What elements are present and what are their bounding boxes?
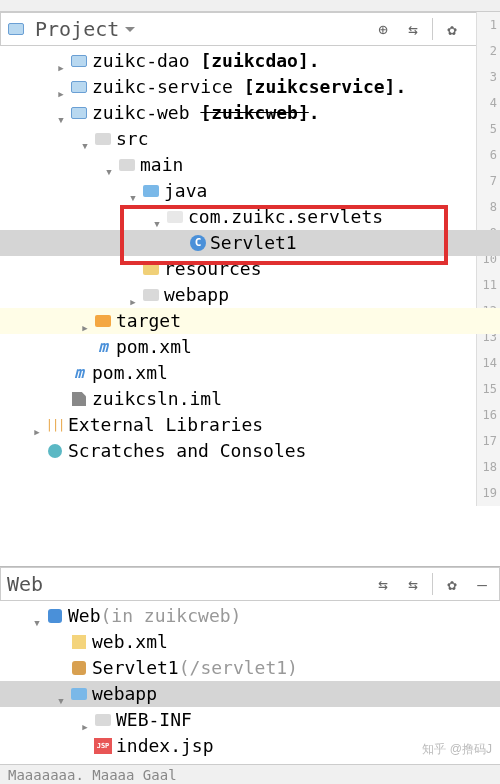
chevron-down-icon[interactable]	[125, 27, 135, 32]
source-folder-icon	[142, 183, 160, 199]
maven-icon: m	[70, 365, 88, 381]
scratches-icon	[46, 443, 64, 459]
web-node-webinf[interactable]: WEB-INF	[0, 707, 500, 733]
expand-arrow-icon[interactable]	[54, 687, 68, 701]
expand-arrow-icon[interactable]	[126, 288, 140, 302]
locate-icon[interactable]: ⊕	[372, 18, 394, 40]
iml-file-icon	[70, 391, 88, 407]
web-panel-header: Web ⇆ ⇆ ✿ —	[0, 567, 500, 601]
tree-node-resources-folder[interactable]: resources	[0, 256, 500, 282]
expand-all-icon[interactable]: ⇆	[372, 573, 394, 595]
tree-node-class-selected[interactable]: C Servlet1	[0, 230, 500, 256]
expand-arrow-icon[interactable]	[30, 418, 44, 432]
project-panel-header: Project ⊕ ⇆ ✿ —	[0, 12, 500, 46]
resources-folder-icon	[142, 261, 160, 277]
expand-arrow-icon[interactable]	[150, 210, 164, 224]
tree-node-scratches[interactable]: Scratches and Consoles	[0, 438, 500, 464]
maven-icon: m	[94, 339, 112, 355]
folder-icon	[142, 287, 160, 303]
gear-icon[interactable]: ✿	[441, 573, 463, 595]
project-panel-title[interactable]: Project	[35, 17, 119, 41]
expand-arrow-icon[interactable]	[78, 314, 92, 328]
project-tree[interactable]: zuikc-dao [zuikcdao]. zuikc-service [zui…	[0, 46, 500, 466]
tree-node-module[interactable]: zuikc-service [zuikcservice].	[0, 74, 500, 100]
expand-arrow-icon[interactable]	[102, 158, 116, 172]
tree-node-source-folder[interactable]: java	[0, 178, 500, 204]
tree-node-folder[interactable]: webapp	[0, 282, 500, 308]
collapse-all-icon[interactable]: ⇆	[402, 18, 424, 40]
minimize-icon[interactable]: —	[471, 573, 493, 595]
watermark-text: 知乎 @撸码J	[422, 741, 492, 758]
tree-node-folder[interactable]: main	[0, 152, 500, 178]
java-class-icon: C	[190, 235, 206, 251]
web-tree[interactable]: Web (in zuikcweb) web.xml Servlet1 (/ser…	[0, 601, 500, 761]
folder-icon	[94, 712, 112, 728]
servlet-icon	[70, 660, 88, 676]
xml-file-icon	[70, 634, 88, 650]
folder-icon	[94, 131, 112, 147]
web-facet-icon	[46, 608, 64, 624]
libraries-icon: |||	[46, 417, 64, 433]
web-root-node[interactable]: Web (in zuikcweb)	[0, 603, 500, 629]
package-icon	[166, 209, 184, 225]
module-folder-icon	[70, 105, 88, 121]
expand-arrow-icon[interactable]	[54, 106, 68, 120]
folder-icon	[118, 157, 136, 173]
tree-node-external-libraries[interactable]: ||| External Libraries	[0, 412, 500, 438]
collapse-all-icon[interactable]: ⇆	[402, 573, 424, 595]
web-node-servlet[interactable]: Servlet1 (/servlet1)	[0, 655, 500, 681]
tree-node-folder[interactable]: src	[0, 126, 500, 152]
tree-node-package[interactable]: com.zuikc.servlets	[0, 204, 500, 230]
web-node-webxml[interactable]: web.xml	[0, 629, 500, 655]
tree-node-pom[interactable]: m pom.xml	[0, 334, 500, 360]
web-folder-icon	[70, 686, 88, 702]
tree-node-target-folder[interactable]: target	[0, 308, 500, 334]
module-folder-icon	[70, 79, 88, 95]
web-panel-title[interactable]: Web	[7, 572, 43, 596]
expand-arrow-icon[interactable]	[78, 132, 92, 146]
expand-arrow-icon[interactable]	[126, 184, 140, 198]
excluded-folder-icon	[94, 313, 112, 329]
bottom-toolbar: Maaaaaaa. Maaaa Gaal	[0, 764, 500, 784]
project-view-icon	[7, 21, 25, 37]
gear-icon[interactable]: ✿	[441, 18, 463, 40]
tree-node-module[interactable]: zuikc-web [zuikcweb].	[0, 100, 500, 126]
jsp-file-icon: JSP	[94, 738, 112, 754]
expand-arrow-icon[interactable]	[30, 609, 44, 623]
expand-arrow-icon[interactable]	[78, 713, 92, 727]
tree-node-iml[interactable]: zuikcsln.iml	[0, 386, 500, 412]
expand-arrow-icon[interactable]	[54, 54, 68, 68]
module-folder-icon	[70, 53, 88, 69]
tree-node-pom[interactable]: m pom.xml	[0, 360, 500, 386]
web-node-webapp-selected[interactable]: webapp	[0, 681, 500, 707]
tree-node-module[interactable]: zuikc-dao [zuikcdao].	[0, 48, 500, 74]
expand-arrow-icon[interactable]	[54, 80, 68, 94]
